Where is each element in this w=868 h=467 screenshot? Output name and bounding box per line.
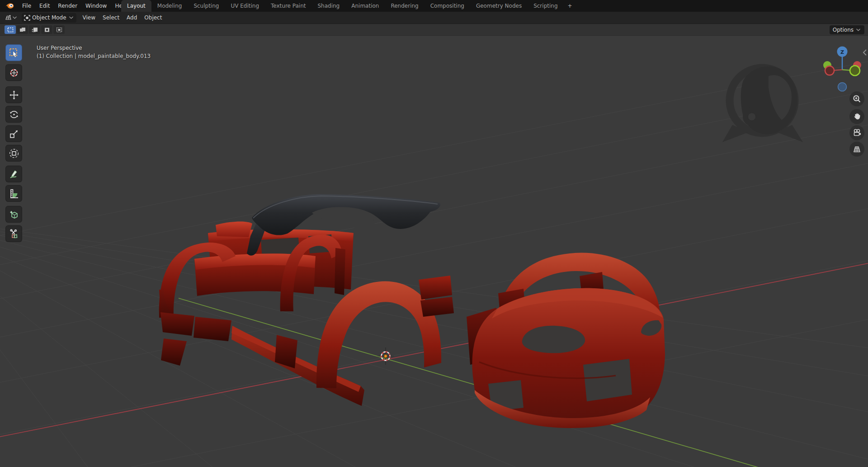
tool-scale[interactable] <box>5 125 22 142</box>
navigation-gizmo[interactable]: Z <box>821 42 863 92</box>
view-perspective-label: User Perspective <box>37 44 151 52</box>
tool-settings-bar: Options <box>0 24 868 36</box>
gizmo-axis-neg-y-ball[interactable] <box>850 66 860 76</box>
select-box-icon <box>9 48 19 58</box>
orthographic-grid-icon <box>853 145 861 153</box>
gizmo-axis-neg-z-ball[interactable] <box>838 83 847 91</box>
workspace-tabs: Layout Modeling Sculpting UV Editing Tex… <box>121 0 576 12</box>
tab-rendering[interactable]: Rendering <box>385 0 424 12</box>
scissors-cut-icon <box>9 229 19 239</box>
menu-add[interactable]: Add <box>123 12 141 24</box>
mode-selector[interactable]: Object Mode <box>22 13 76 23</box>
tool-select-box[interactable] <box>5 44 22 61</box>
viewport-editor-icon <box>5 14 12 21</box>
menu-file[interactable]: File <box>18 0 35 12</box>
tool-transform[interactable] <box>5 145 22 162</box>
tool-move[interactable] <box>5 86 22 103</box>
editor-type-button[interactable] <box>4 13 19 23</box>
tab-modeling[interactable]: Modeling <box>151 0 188 12</box>
annotate-pen-icon <box>9 169 19 180</box>
move-icon <box>9 90 19 100</box>
cursor-tool-icon <box>9 67 19 78</box>
tool-annotate[interactable] <box>5 166 22 182</box>
options-dropdown[interactable]: Options <box>830 25 864 34</box>
zoom-button[interactable] <box>849 91 864 106</box>
menu-edit[interactable]: Edit <box>35 0 54 12</box>
camera-view-icon <box>853 129 862 137</box>
mode-label: Object Mode <box>30 14 68 21</box>
tab-sculpting[interactable]: Sculpting <box>188 0 225 12</box>
add-workspace-button[interactable]: + <box>564 0 576 12</box>
menu-select[interactable]: Select <box>99 12 123 24</box>
scale-icon <box>9 129 19 139</box>
select-mode-extend[interactable] <box>17 25 28 34</box>
select-mode-invert[interactable] <box>41 25 52 34</box>
menu-view[interactable]: View <box>79 12 99 24</box>
top-menu-bar: File Edit Render Window Help Layout Mode… <box>0 0 868 12</box>
tab-scripting[interactable]: Scripting <box>528 0 563 12</box>
zoom-icon <box>853 95 861 103</box>
tab-geometry-nodes[interactable]: Geometry Nodes <box>470 0 528 12</box>
active-object-label: (1) Collection | model_paintable_body.01… <box>37 52 151 60</box>
select-mode-set[interactable] <box>5 25 16 34</box>
tab-texture-paint[interactable]: Texture Paint <box>265 0 311 12</box>
options-label: Options <box>833 27 854 33</box>
transform-icon <box>9 148 19 159</box>
gizmo-axis-neg-x-ball[interactable] <box>825 66 834 75</box>
object-mode-icon <box>24 15 30 21</box>
viewport-header: Object Mode View Select Add Object Globa… <box>0 12 868 24</box>
measure-icon <box>9 188 19 199</box>
rotate-icon <box>9 109 19 120</box>
tool-measure[interactable] <box>5 185 22 202</box>
tool-rotate[interactable] <box>5 106 22 123</box>
sidebar-toggle-arrow[interactable] <box>863 49 867 56</box>
tool-cut[interactable] <box>5 225 22 242</box>
viewport-background <box>0 0 868 467</box>
gizmo-z-label: Z <box>840 49 844 55</box>
menu-window[interactable]: Window <box>81 0 111 12</box>
menu-object[interactable]: Object <box>141 12 165 24</box>
select-mode-buttons <box>5 25 65 34</box>
select-mode-subtract[interactable] <box>29 25 40 34</box>
select-mode-intersect[interactable] <box>53 25 65 34</box>
pan-hand-icon <box>853 112 861 121</box>
camera-view-button[interactable] <box>849 125 864 140</box>
viewport-info-overlay: User Perspective (1) Collection | model_… <box>37 44 151 60</box>
pan-button[interactable] <box>849 109 864 124</box>
tab-animation[interactable]: Animation <box>345 0 385 12</box>
menu-render[interactable]: Render <box>54 0 81 12</box>
perspective-toggle-button[interactable] <box>849 142 864 157</box>
tool-add-cube[interactable] <box>5 206 22 223</box>
viewport-3d[interactable] <box>0 0 868 467</box>
tab-layout[interactable]: Layout <box>121 0 151 12</box>
tab-uv-editing[interactable]: UV Editing <box>225 0 265 12</box>
tab-compositing[interactable]: Compositing <box>425 0 470 12</box>
tab-shading[interactable]: Shading <box>311 0 345 12</box>
add-cube-icon <box>9 209 19 220</box>
blender-window: File Edit Render Window Help Layout Mode… <box>0 0 868 467</box>
blender-logo-icon[interactable] <box>5 2 14 10</box>
front-bumper[interactable] <box>472 288 665 428</box>
tool-cursor[interactable] <box>5 64 22 81</box>
